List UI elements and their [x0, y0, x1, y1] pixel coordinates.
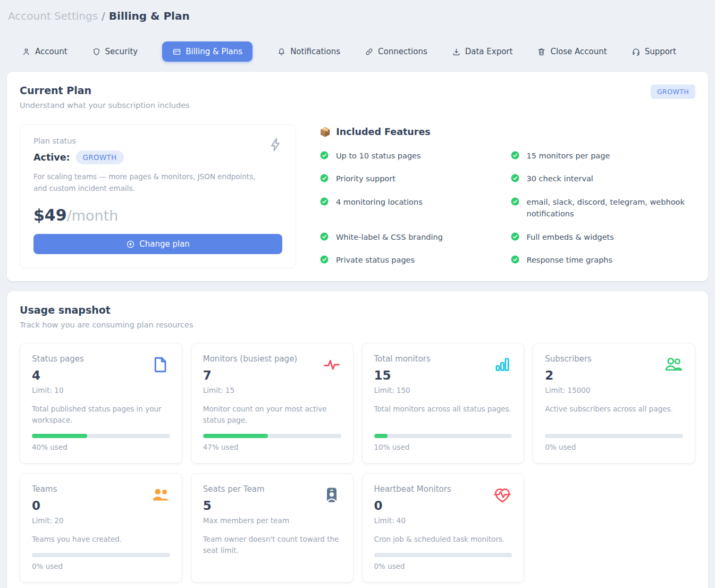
bell-icon — [277, 47, 286, 56]
trash-icon — [537, 47, 546, 56]
progress-fill — [32, 434, 87, 438]
usage-card-subscribers: Subscribers 2 Limit: 15000 Active subscr… — [533, 343, 695, 464]
feature-item: Response time graphs — [510, 254, 686, 266]
percent-used-label: 0% used — [545, 443, 683, 451]
tab-billing-plans[interactable]: Billing & Plans — [162, 41, 253, 62]
feature-label: 30 check interval — [527, 173, 593, 184]
progress-track — [32, 434, 170, 438]
feature-label: White-label & CSS branding — [336, 231, 443, 243]
file-icon — [151, 355, 170, 374]
tab-close-account[interactable]: Close Account — [537, 47, 607, 56]
settings-tab-bar: Account Security Billing & Plans Notific… — [22, 41, 708, 62]
feature-label: Full embeds & widgets — [527, 231, 614, 243]
tab-label: Account — [35, 47, 68, 56]
check-circle-icon — [319, 232, 329, 241]
usage-card-grid: Status pages 4 Limit: 10 Total published… — [20, 343, 695, 583]
plan-price: $49/month — [33, 206, 282, 224]
download-icon — [452, 47, 461, 56]
feature-label: email, slack, discord, telegram, webhook… — [527, 196, 686, 220]
feature-label: 4 monitoring locations — [336, 196, 423, 208]
arrow-up-circle-icon — [126, 240, 135, 249]
tab-account[interactable]: Account — [22, 47, 68, 56]
feature-label: 15 monitors per page — [527, 150, 610, 162]
check-circle-icon — [319, 197, 329, 206]
tab-label: Data Export — [465, 47, 513, 56]
feature-label: Private status pages — [336, 254, 415, 266]
tab-label: Billing & Plans — [186, 47, 242, 56]
plan-tier-pill: GROWTH — [76, 150, 124, 164]
package-icon: 📦 — [319, 127, 331, 137]
check-circle-icon — [319, 150, 329, 160]
tab-label: Notifications — [290, 47, 340, 56]
progress-track — [203, 434, 341, 438]
shield-icon — [92, 47, 101, 56]
heart-pulse-icon — [493, 485, 512, 505]
feature-label: Up to 10 status pages — [336, 150, 421, 162]
check-circle-icon — [510, 150, 520, 160]
tab-support[interactable]: Support — [632, 47, 676, 56]
percent-used-label: 40% used — [32, 443, 170, 451]
feature-item: White-label & CSS branding — [319, 231, 495, 243]
plan-price-period: /month — [67, 207, 119, 224]
feature-item: Full embeds & widgets — [510, 231, 686, 243]
progress-track — [32, 553, 170, 557]
breadcrumb: Account Settings / Billing & Plan — [8, 10, 708, 22]
plan-badge: GROWTH — [651, 85, 695, 99]
feature-item: Up to 10 status pages — [319, 150, 495, 162]
tab-label: Security — [105, 47, 138, 56]
feature-item: Private status pages — [319, 254, 495, 266]
check-circle-icon — [319, 255, 329, 264]
check-circle-icon — [319, 173, 329, 183]
breadcrumb-separator: / — [102, 10, 105, 22]
tab-connections[interactable]: Connections — [365, 47, 427, 56]
credit-card-icon — [172, 47, 181, 56]
usage-grid-empty-cell — [533, 473, 695, 583]
pulse-icon — [322, 355, 341, 374]
progress-fill — [374, 434, 388, 438]
tab-security[interactable]: Security — [92, 47, 138, 56]
headset-icon — [632, 47, 641, 56]
check-circle-icon — [510, 232, 520, 241]
id-badge-icon — [322, 485, 341, 505]
check-circle-icon — [510, 255, 520, 264]
check-circle-icon — [510, 197, 520, 206]
tab-data-export[interactable]: Data Export — [452, 47, 513, 56]
plan-description: For scaling teams — more pages & monitor… — [33, 171, 262, 194]
tab-label: Support — [645, 47, 676, 56]
link-icon — [365, 47, 374, 56]
feature-label: Priority support — [336, 173, 396, 184]
bar-chart-icon — [493, 355, 512, 374]
tab-label: Close Account — [550, 47, 607, 56]
people-outline-icon — [664, 355, 683, 374]
change-plan-button[interactable]: Change plan — [33, 234, 282, 254]
plan-price-amount: $49 — [33, 206, 67, 224]
percent-used-label: 0% used — [374, 562, 512, 570]
change-plan-label: Change plan — [139, 239, 190, 249]
feature-label: Response time graphs — [527, 254, 613, 266]
usage-card-seats-per-team: Seats per Team 5 Max members per team Te… — [191, 473, 354, 583]
usage-card-teams: Teams 0 Limit: 20 Teams you have created… — [20, 473, 182, 583]
usage-card-total-monitors: Total monitors 15 Limit: 150 Total monit… — [362, 343, 525, 464]
feature-item: email, slack, discord, telegram, webhook… — [510, 196, 686, 220]
progress-track — [374, 553, 512, 557]
progress-fill — [203, 434, 268, 438]
tab-notifications[interactable]: Notifications — [277, 47, 340, 56]
plan-status-card: Plan status Active: GROWTH For scaling t… — [20, 124, 296, 268]
people-filled-icon — [151, 485, 170, 505]
billing-plan-page: Account Settings / Billing & Plan Accoun… — [0, 0, 715, 588]
percent-used-label: 47% used — [203, 443, 341, 451]
usage-card-heartbeat-monitors: Heartbeat Monitors 0 Limit: 40 Cron job … — [362, 473, 525, 583]
percent-used-label: 0% used — [32, 562, 170, 570]
feature-item: Priority support — [319, 173, 495, 184]
current-plan-subtitle: Understand what your subscription includ… — [20, 101, 190, 110]
current-plan-panel: Current Plan Understand what your subscr… — [7, 72, 708, 281]
feature-item: 30 check interval — [510, 173, 686, 184]
zap-icon — [267, 136, 284, 154]
plan-status-value: Active: — [33, 152, 70, 163]
feature-item: 4 monitoring locations — [319, 196, 495, 220]
check-circle-icon — [510, 173, 520, 183]
breadcrumb-parent[interactable]: Account Settings — [8, 10, 98, 22]
current-plan-title: Current Plan — [20, 85, 190, 96]
included-features-heading: Included Features — [336, 127, 430, 137]
included-features: 📦 Included Features Up to 10 status page… — [319, 124, 695, 268]
